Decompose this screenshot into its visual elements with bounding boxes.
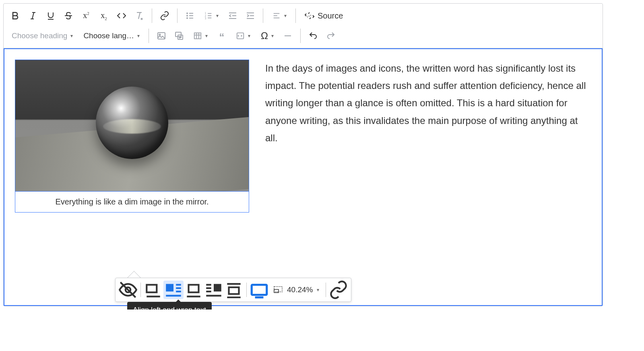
chevron-down-icon: ▾	[317, 287, 319, 293]
sphere-graphic	[96, 87, 168, 159]
resize-original-button[interactable]	[249, 281, 269, 299]
source-label: Source	[318, 11, 343, 21]
separator	[326, 283, 326, 297]
tooltip: Align left and wrap text	[127, 302, 212, 310]
image-button[interactable]	[153, 27, 170, 44]
editor-content[interactable]: Everything is like a dim image in the mi…	[4, 48, 603, 306]
special-char-dropdown[interactable]: Ω▾	[256, 27, 279, 44]
separator	[263, 8, 263, 23]
resize-custom-button[interactable]: 40.24% ▾	[269, 281, 323, 299]
editor-wrapper: x2 x2 123▾ ▾ Source Choose heading▾ Choo…	[3, 3, 603, 306]
separator	[140, 283, 141, 297]
svg-point-9	[187, 18, 188, 19]
outdent-button[interactable]	[224, 7, 241, 24]
undo-button[interactable]	[305, 27, 322, 44]
bold-button[interactable]	[7, 7, 24, 24]
inline-image-button[interactable]	[143, 281, 163, 299]
chevron-down-icon: ▾	[284, 13, 287, 19]
chevron-down-icon: ▾	[271, 33, 274, 39]
image-figure[interactable]: Everything is like a dim image in the mi…	[15, 60, 249, 213]
align-left-wrap-button[interactable]	[163, 281, 184, 299]
horizontal-line-button[interactable]	[279, 27, 296, 44]
indent-button[interactable]	[242, 7, 259, 24]
svg-rect-41	[147, 285, 157, 293]
table-dropdown[interactable]: ▾	[188, 27, 213, 44]
block-align-button[interactable]	[224, 281, 244, 299]
svg-line-2	[32, 12, 34, 19]
numbered-list-dropdown[interactable]: 123▾	[199, 7, 223, 24]
image-preview[interactable]	[15, 60, 249, 191]
svg-rect-61	[274, 289, 279, 293]
svg-point-5	[187, 13, 188, 14]
svg-rect-48	[189, 285, 199, 293]
separator	[152, 8, 152, 23]
source-button[interactable]: Source	[300, 7, 348, 24]
svg-rect-43	[166, 284, 173, 291]
separator	[300, 29, 301, 43]
resize-value: 40.24%	[287, 285, 313, 294]
svg-rect-50	[214, 284, 221, 291]
image-caption[interactable]: Everything is like a dim image in the mi…	[15, 191, 249, 212]
chevron-down-icon: ▾	[216, 13, 219, 19]
svg-point-7	[187, 15, 188, 16]
svg-text:3: 3	[205, 17, 206, 20]
language-label: Choose lang…	[83, 31, 134, 40]
code-button[interactable]	[113, 7, 130, 24]
link-button[interactable]	[156, 7, 173, 24]
svg-point-28	[310, 15, 311, 16]
language-dropdown[interactable]: Choose lang…▾	[78, 27, 144, 44]
align-right-wrap-button[interactable]	[204, 281, 224, 299]
svg-rect-33	[194, 33, 201, 39]
italic-button[interactable]	[25, 7, 41, 24]
toolbar-row-2: Choose heading▾ Choose lang…▾ ▾ “ ▾ Ω▾	[7, 26, 599, 45]
separator	[246, 283, 247, 297]
svg-point-26	[307, 17, 308, 17]
heading-label: Choose heading	[12, 31, 67, 40]
separator	[177, 8, 178, 23]
heading-dropdown[interactable]: Choose heading▾	[7, 27, 78, 44]
redo-button[interactable]	[322, 27, 339, 44]
blockquote-button[interactable]: “	[213, 27, 230, 44]
chevron-down-icon: ▾	[70, 33, 73, 39]
chevron-down-icon: ▾	[248, 33, 250, 39]
image-link-button[interactable]	[328, 281, 349, 299]
superscript-button[interactable]: x2	[78, 7, 95, 24]
svg-rect-56	[229, 287, 239, 294]
remove-format-button[interactable]	[131, 7, 148, 24]
toolbar-row-1: x2 x2 123▾ ▾ Source	[7, 6, 599, 25]
strikethrough-button[interactable]	[60, 7, 77, 24]
codeblock-dropdown[interactable]: ▾	[231, 27, 255, 44]
separator	[295, 8, 296, 23]
chevron-down-icon: ▾	[137, 33, 140, 39]
subscript-button[interactable]: x2	[95, 7, 112, 24]
toggle-caption-button[interactable]	[118, 281, 138, 299]
separator	[149, 29, 149, 43]
svg-point-30	[159, 34, 161, 35]
media-button[interactable]	[171, 27, 188, 44]
bulleted-list-button[interactable]	[182, 7, 198, 24]
svg-rect-58	[252, 285, 267, 295]
alignment-dropdown[interactable]: ▾	[267, 7, 291, 24]
chevron-down-icon: ▾	[205, 33, 208, 39]
image-toolbar-balloon: 40.24% ▾ Align left and wrap text	[115, 278, 351, 302]
align-center-button[interactable]	[184, 281, 204, 299]
svg-point-27	[309, 16, 310, 17]
toolbar: x2 x2 123▾ ▾ Source Choose heading▾ Choo…	[4, 4, 603, 48]
underline-button[interactable]	[42, 7, 59, 24]
